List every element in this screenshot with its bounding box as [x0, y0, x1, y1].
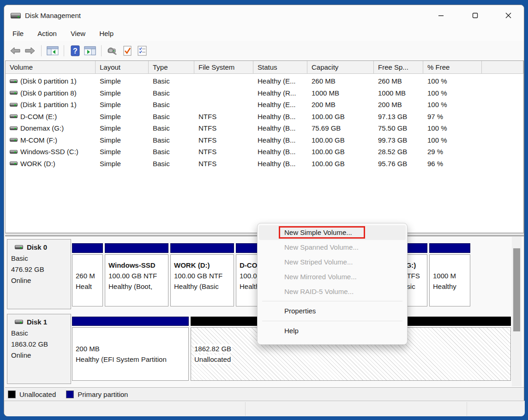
volume-icon: [10, 138, 18, 142]
status-bar-separator: [467, 402, 467, 416]
back-icon: [10, 45, 21, 56]
table-row[interactable]: M-COM (F:) Simple Basic NTFS Healthy (B.…: [6, 134, 523, 146]
volume-icon: [10, 114, 18, 118]
column-header-type[interactable]: Type: [149, 61, 194, 74]
show-console-tree-button[interactable]: [46, 44, 59, 57]
console-tree-icon: [47, 45, 59, 56]
menu-help[interactable]: Help: [97, 29, 115, 38]
volume-icon: [10, 126, 18, 130]
volume-icon: [10, 91, 18, 95]
toolbar-separator: [41, 45, 42, 56]
title-bar: Disk Management: [4, 5, 524, 26]
partition-color-bar: [429, 243, 470, 253]
partition-work[interactable]: WORK (D:) 100.00 GB NTF Healthy (Basic: [170, 243, 234, 306]
menu-item-new-striped-volume: New Striped Volume...: [258, 255, 407, 270]
volume-icon: [10, 162, 18, 165]
menu-action[interactable]: Action: [36, 29, 59, 38]
disk-size: 476.92 GB: [11, 264, 71, 275]
scrollbar-thumb[interactable]: [513, 248, 520, 331]
menu-item-new-raid5-volume: New RAID-5 Volume...: [258, 284, 407, 299]
action-pane-icon: [84, 45, 96, 56]
column-header-layout[interactable]: Layout: [96, 61, 149, 74]
menu-bar: File Action View Help: [4, 26, 524, 41]
table-row[interactable]: D-COM (E:) Simple Basic NTFS Healthy (B.…: [6, 111, 523, 123]
svg-text:?: ?: [73, 47, 78, 55]
column-header-free-space[interactable]: Free Sp...: [374, 61, 423, 74]
partition-color-bar: [170, 243, 234, 253]
volume-list-header: Volume Layout Type File System Status Ca…: [6, 61, 523, 74]
volume-list-pane: Volume Layout Type File System Status Ca…: [5, 60, 524, 233]
partition-color-bar: [72, 243, 103, 253]
maximize-icon: [472, 12, 478, 18]
show-action-pane-button[interactable]: [84, 44, 96, 57]
check-document-icon: [122, 45, 132, 56]
close-button[interactable]: [497, 7, 519, 24]
table-row[interactable]: (Disk 0 partition 1) Simple Basic Health…: [6, 75, 523, 87]
check-document-button[interactable]: [121, 44, 134, 57]
disk-1-panel[interactable]: Disk 1 Basic 1863.02 GB Online: [7, 314, 71, 384]
primary-partition-swatch: [66, 390, 74, 398]
volume-icon: [10, 103, 18, 107]
toolbar-separator: [64, 45, 64, 56]
table-row[interactable]: Donemax (G:) Simple Basic NTFS Healthy (…: [6, 122, 523, 134]
volume-icon: [10, 150, 18, 154]
disk-type: Basic: [11, 328, 71, 339]
minimize-button[interactable]: [430, 7, 452, 24]
column-header-file-system[interactable]: File System: [194, 61, 253, 74]
partition-color-bar: [105, 243, 168, 253]
menu-item-new-spanned-volume: New Spanned Volume...: [258, 240, 407, 255]
disk-pane-scrollbar[interactable]: [512, 237, 522, 386]
rescan-disks-button[interactable]: [106, 44, 119, 57]
disk-management-window: Disk Management File Action View Help: [4, 5, 524, 416]
column-header-status[interactable]: Status: [253, 61, 307, 74]
column-header-filler: [482, 61, 523, 74]
column-header-pct-free[interactable]: % Free: [423, 61, 482, 74]
menu-separator: [262, 301, 402, 301]
back-button[interactable]: [9, 44, 22, 57]
maximize-button[interactable]: [464, 7, 486, 24]
window-title: Disk Management: [25, 12, 81, 19]
menu-separator: [262, 321, 402, 321]
minimize-icon: [438, 12, 444, 18]
volume-icon: [10, 79, 18, 83]
task-list-icon: [137, 45, 147, 56]
desktop-background: Disk Management File Action View Help: [0, 0, 528, 420]
partition-disk0-efi[interactable]: 260 M Healt: [72, 243, 103, 306]
menu-item-help[interactable]: Help: [258, 323, 407, 339]
disk-0-panel[interactable]: Disk 0 Basic 476.92 GB Online: [7, 239, 71, 309]
table-row[interactable]: (Disk 0 partition 8) Simple Basic Health…: [6, 87, 523, 99]
close-icon: [505, 12, 511, 18]
table-row[interactable]: WORK (D:) Simple Basic NTFS Healthy (B..…: [6, 158, 523, 170]
status-bar-separator: [245, 402, 246, 416]
disk-state: Online: [11, 275, 71, 286]
toolbar-separator: [101, 45, 102, 56]
disk-type: Basic: [11, 253, 71, 264]
table-row[interactable]: Windows-SSD (C:) Simple Basic NTFS Healt…: [6, 146, 523, 158]
menu-item-new-mirrored-volume: New Mirrored Volume...: [258, 270, 407, 284]
task-list-button[interactable]: [136, 44, 149, 57]
legend-label-primary-partition: Primary partition: [78, 390, 128, 398]
forward-button[interactable]: [24, 44, 36, 57]
table-row[interactable]: (Disk 1 partition 1) Simple Basic Health…: [6, 99, 523, 111]
menu-file[interactable]: File: [11, 29, 25, 38]
rescan-disks-icon: [107, 45, 119, 56]
toolbar: ?: [4, 41, 524, 60]
partition-disk0-recovery[interactable]: 1000 M Healthy: [429, 243, 470, 306]
partition-disk1-efi[interactable]: 200 MB Healthy (EFI System Partition: [72, 317, 189, 381]
column-header-volume[interactable]: Volume: [6, 61, 96, 74]
disk-state: Online: [11, 350, 71, 361]
column-header-capacity[interactable]: Capacity: [307, 61, 374, 74]
forward-icon: [24, 45, 36, 56]
legend-bar: Unallocated Primary partition: [5, 387, 524, 401]
legend-label-unallocated: Unallocated: [19, 390, 56, 398]
status-bar: [4, 401, 525, 416]
disk-size: 1863.02 GB: [11, 339, 71, 350]
partition-windows-ssd[interactable]: Windows-SSD 100.00 GB NTF Healthy (Boot,: [105, 243, 168, 306]
menu-view[interactable]: View: [69, 29, 87, 38]
help-icon: ?: [70, 45, 80, 56]
help-button[interactable]: ?: [69, 44, 82, 57]
context-menu: New Simple Volume... New Spanned Volume.…: [257, 223, 408, 345]
disk-icon: [15, 320, 23, 324]
menu-item-properties[interactable]: Properties: [258, 303, 407, 319]
partition-color-bar: [72, 317, 189, 326]
